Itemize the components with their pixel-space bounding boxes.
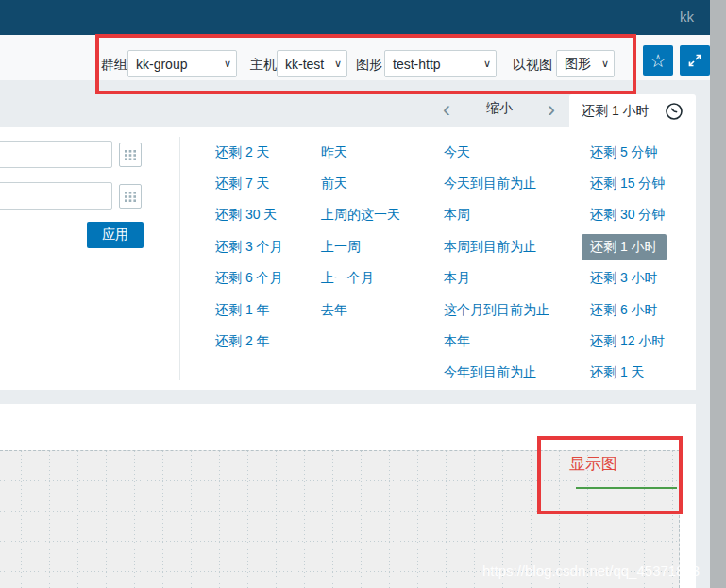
star-icon: ☆ (650, 52, 666, 70)
time-preset-link[interactable]: 还剩 2 年 (215, 333, 270, 350)
time-from-input[interactable] (0, 141, 112, 168)
time-prev-button[interactable]: ‹ (434, 93, 459, 126)
clock-icon (665, 102, 684, 121)
chevron-right-icon: › (548, 96, 555, 123)
time-preset-selected[interactable]: 还剩 1 小时 (582, 234, 667, 260)
chevron-left-icon: ‹ (443, 96, 450, 123)
calendar-icon (124, 191, 137, 203)
page-right-margin (696, 80, 710, 588)
annotation-box-legend (537, 436, 683, 514)
time-preset-link[interactable]: 上一个月 (321, 270, 374, 287)
time-preset-link[interactable]: 今天到目前为止 (444, 176, 536, 193)
time-range-tab-label: 还剩 1 小时 (582, 103, 650, 120)
watermark-text: https://blog.csdn.net/qq_45371813 (482, 563, 700, 579)
time-preset-link[interactable]: 本周到目前为止 (444, 239, 536, 256)
time-preset-link[interactable]: 今天 (444, 144, 470, 161)
time-next-button[interactable]: › (539, 93, 564, 126)
time-preset-link[interactable]: 还剩 7 天 (215, 176, 270, 193)
favorite-button[interactable]: ☆ (643, 45, 673, 76)
time-preset-link[interactable]: 本周 (444, 207, 470, 224)
time-preset-column: 还剩 5 分钟还剩 15 分钟还剩 30 分钟还剩 1 小时还剩 3 小时还剩 … (590, 137, 667, 389)
time-preset-link[interactable]: 还剩 6 个月 (215, 270, 283, 287)
time-preset-link[interactable]: 上一周 (321, 239, 361, 256)
top-header-bar: kk (0, 0, 710, 35)
time-to-input[interactable] (0, 182, 112, 210)
time-preset-link[interactable]: 今年到目前为止 (444, 364, 536, 381)
fullscreen-button[interactable] (680, 45, 710, 76)
zoom-out-button[interactable]: 缩小 (486, 100, 513, 117)
time-preset-link[interactable]: 前天 (321, 176, 347, 193)
time-preset-link[interactable]: 本月 (444, 270, 470, 287)
apply-button[interactable]: 应用 (87, 222, 144, 248)
time-preset-column: 昨天前天上周的这一天上一周上一个月去年 (321, 137, 400, 326)
time-preset-column: 还剩 2 天还剩 7 天还剩 30 天还剩 3 个月还剩 6 个月还剩 1 年还… (215, 137, 283, 358)
expand-icon (687, 53, 702, 68)
time-preset-link[interactable]: 还剩 30 分钟 (590, 207, 665, 224)
annotation-box-toolbar (95, 34, 636, 94)
time-preset-link[interactable]: 还剩 15 分钟 (590, 176, 665, 193)
user-menu[interactable]: kk (680, 8, 694, 25)
vertical-scrollbar[interactable] (710, 0, 726, 588)
time-preset-link[interactable]: 还剩 6 小时 (590, 302, 658, 319)
time-preset-link[interactable]: 还剩 2 天 (215, 144, 270, 161)
filter-divider (179, 137, 180, 380)
time-preset-link[interactable]: 还剩 3 小时 (590, 270, 658, 287)
time-preset-link[interactable]: 去年 (321, 302, 347, 319)
time-preset-column: 今天今天到目前为止本周本周到目前为止本月这个月到目前为止本年今年到目前为止 (444, 137, 549, 389)
calendar-icon (124, 149, 137, 161)
time-preset-link[interactable]: 还剩 30 天 (215, 207, 277, 224)
time-preset-link[interactable]: 昨天 (321, 144, 347, 161)
time-preset-link[interactable]: 还剩 3 个月 (215, 239, 283, 256)
time-preset-link[interactable]: 这个月到目前为止 (444, 302, 549, 319)
time-preset-link[interactable]: 还剩 12 小时 (590, 333, 665, 350)
to-calendar-button[interactable] (119, 184, 142, 209)
panel-gap-band (0, 390, 696, 404)
time-preset-link[interactable]: 本年 (444, 333, 470, 350)
time-preset-link[interactable]: 还剩 1 天 (590, 364, 645, 381)
time-preset-link[interactable]: 还剩 5 分钟 (590, 144, 658, 161)
time-preset-link[interactable]: 还剩 1 年 (215, 302, 270, 319)
from-calendar-button[interactable] (119, 143, 142, 167)
zabbix-graphs-page: kk 群组 kk-group ∨ 主机 kk-test ∨ 图形 test-ht… (0, 0, 726, 588)
time-preset-link[interactable]: 上周的这一天 (321, 207, 400, 224)
time-range-tab[interactable]: 还剩 1 小时 (569, 94, 696, 127)
